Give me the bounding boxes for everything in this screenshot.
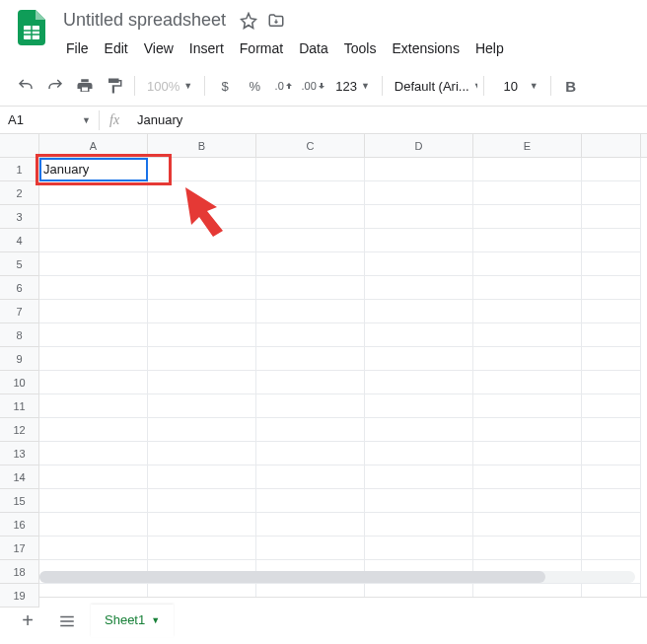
sheets-logo[interactable]: [12, 8, 51, 47]
paint-format-button[interactable]: [101, 72, 128, 100]
select-all-corner[interactable]: [0, 134, 39, 158]
row-header[interactable]: 8: [0, 323, 38, 347]
cell[interactable]: [256, 300, 365, 323]
cell[interactable]: [473, 300, 582, 323]
cell[interactable]: [365, 181, 473, 205]
cell[interactable]: [365, 489, 473, 513]
cell[interactable]: [39, 489, 148, 513]
star-icon[interactable]: [240, 12, 257, 30]
row-header[interactable]: 16: [0, 513, 38, 537]
menu-insert[interactable]: Insert: [182, 36, 231, 60]
cell[interactable]: January: [39, 158, 148, 181]
cell[interactable]: [582, 442, 641, 465]
cell[interactable]: [148, 158, 256, 181]
cell[interactable]: [365, 537, 473, 560]
cell[interactable]: [365, 205, 473, 229]
font-dropdown[interactable]: Default (Ari... ▼: [389, 75, 477, 98]
column-header[interactable]: B: [148, 134, 256, 157]
cell[interactable]: [148, 252, 256, 276]
column-header[interactable]: A: [39, 134, 148, 157]
cell[interactable]: [148, 300, 256, 323]
cell[interactable]: [582, 537, 641, 560]
cell[interactable]: [582, 513, 641, 537]
cell[interactable]: [39, 276, 148, 300]
cell[interactable]: [582, 465, 641, 489]
cell[interactable]: [39, 252, 148, 276]
cell[interactable]: [473, 181, 582, 205]
cell[interactable]: [582, 181, 641, 205]
menu-format[interactable]: Format: [233, 36, 290, 60]
cell[interactable]: [365, 300, 473, 323]
number-format-dropdown[interactable]: 123▼: [329, 75, 376, 98]
row-header[interactable]: 2: [0, 181, 38, 205]
add-sheet-button[interactable]: +: [12, 606, 43, 637]
font-size-dropdown[interactable]: 10 ▼: [490, 75, 544, 98]
cell[interactable]: [473, 347, 582, 371]
menu-file[interactable]: File: [59, 36, 96, 60]
cell[interactable]: [256, 394, 365, 418]
cell[interactable]: [582, 347, 641, 371]
cell[interactable]: [473, 418, 582, 442]
sheet-tab[interactable]: Sheet1 ▼: [91, 605, 174, 637]
cell[interactable]: [473, 205, 582, 229]
cell[interactable]: [148, 394, 256, 418]
spreadsheet-grid[interactable]: ABCDE 12345678910111213141516171819 Janu…: [0, 134, 647, 617]
row-header[interactable]: 10: [0, 371, 38, 394]
row-header[interactable]: 18: [0, 560, 38, 584]
cell[interactable]: [256, 442, 365, 465]
cell[interactable]: [473, 537, 582, 560]
row-header[interactable]: 14: [0, 465, 38, 489]
cell[interactable]: [473, 158, 582, 181]
menu-edit[interactable]: Edit: [98, 36, 135, 60]
row-header[interactable]: 12: [0, 418, 38, 442]
cell[interactable]: [256, 418, 365, 442]
document-title[interactable]: Untitled spreadsheet: [59, 8, 230, 33]
menu-data[interactable]: Data: [292, 36, 335, 60]
column-header[interactable]: E: [473, 134, 582, 157]
column-header[interactable]: D: [365, 134, 473, 157]
cell[interactable]: [582, 300, 641, 323]
cell[interactable]: [473, 394, 582, 418]
cell[interactable]: [473, 465, 582, 489]
cell[interactable]: [473, 371, 582, 394]
cell[interactable]: [582, 418, 641, 442]
cell[interactable]: [39, 229, 148, 252]
cell[interactable]: [39, 513, 148, 537]
row-header[interactable]: 4: [0, 229, 38, 252]
currency-button[interactable]: $: [211, 72, 239, 100]
row-header[interactable]: 9: [0, 347, 38, 371]
cell[interactable]: [148, 418, 256, 442]
cell[interactable]: [473, 323, 582, 347]
cell[interactable]: [39, 205, 148, 229]
cell[interactable]: [365, 418, 473, 442]
cell[interactable]: [256, 489, 365, 513]
row-header[interactable]: 19: [0, 584, 38, 608]
cell[interactable]: [148, 205, 256, 229]
menu-help[interactable]: Help: [468, 36, 511, 60]
cell[interactable]: [365, 371, 473, 394]
print-button[interactable]: [71, 72, 99, 100]
row-header[interactable]: 3: [0, 205, 38, 229]
cell[interactable]: [148, 537, 256, 560]
cell[interactable]: [39, 347, 148, 371]
zoom-dropdown[interactable]: 100% ▼: [141, 75, 198, 98]
row-header[interactable]: 6: [0, 276, 38, 300]
cell[interactable]: [256, 465, 365, 489]
cell[interactable]: [256, 347, 365, 371]
cell[interactable]: [39, 537, 148, 560]
cell[interactable]: [473, 252, 582, 276]
cell[interactable]: [39, 371, 148, 394]
cell[interactable]: [256, 158, 365, 181]
cell[interactable]: [365, 158, 473, 181]
cell[interactable]: [148, 513, 256, 537]
cell[interactable]: [365, 347, 473, 371]
cell[interactable]: [256, 229, 365, 252]
cell[interactable]: [473, 489, 582, 513]
cell[interactable]: [148, 323, 256, 347]
cell[interactable]: [582, 276, 641, 300]
cell[interactable]: [365, 442, 473, 465]
name-box[interactable]: A1▼: [0, 112, 99, 127]
cell[interactable]: [582, 205, 641, 229]
cell[interactable]: [582, 394, 641, 418]
column-header[interactable]: C: [256, 134, 365, 157]
